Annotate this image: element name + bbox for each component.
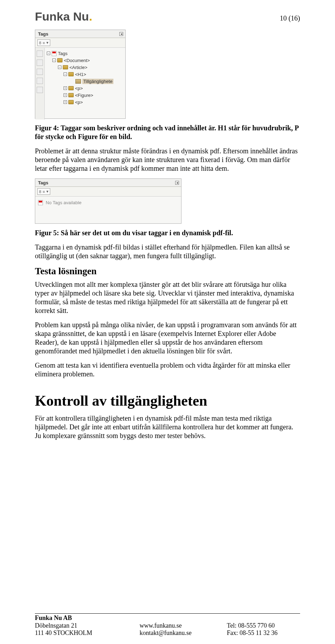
collapse-icon: − <box>58 66 61 69</box>
figure-4-caption: Figur 4: Taggar som beskriver ordning oc… <box>35 124 300 141</box>
page-header: Funka Nu. 10 (16) <box>35 10 300 23</box>
tag-icon <box>68 93 74 97</box>
tree-row-p: + <p> <box>47 85 124 92</box>
tree-label: <p> <box>75 100 83 105</box>
side-icon <box>37 87 43 93</box>
figure-5-caption: Figur 5: Så här ser det ut om du visar t… <box>35 229 300 237</box>
logo-dot: . <box>89 10 92 23</box>
tree-row-h1: − <H1> <box>47 71 124 78</box>
heading-testa: Testa lösningen <box>35 266 300 277</box>
collapse-icon: − <box>47 52 50 55</box>
options-dropdown: 8≡▾ <box>37 39 50 46</box>
side-icon <box>37 60 43 66</box>
panel-title: Tags <box>38 180 48 185</box>
pdf-icon <box>52 51 57 56</box>
tree-label: <H1> <box>75 72 86 77</box>
panel-collapse-icon: ◂ <box>175 181 179 185</box>
tree-row-article: − <Article> <box>47 64 124 71</box>
footer-addr1: Döbelnsgatan 21 <box>35 622 140 630</box>
dropdown-label: 8 <box>39 41 41 45</box>
side-icon <box>37 78 43 84</box>
panel-title: Tags <box>38 31 48 37</box>
tag-icon <box>68 86 74 90</box>
tree-row-document: − <Document> <box>47 57 124 64</box>
logo-text: Funka Nu <box>35 10 89 23</box>
tree-label: <p> <box>75 86 83 91</box>
tags-panel-screenshot-2: Tags ◂ 8≡▾ No Tags available <box>35 178 181 224</box>
panel-collapse-icon: ◂ <box>119 32 123 36</box>
footer-fax: Fax: 08-55 11 32 36 <box>227 629 300 637</box>
tags-panel-screenshot-1: Tags ◂ 8≡▾ − Tags <box>35 30 126 119</box>
tree-row-figure: + <Figure> <box>47 92 124 99</box>
footer-tel: Tel: 08-555 770 60 <box>227 622 300 630</box>
tags-tree: − Tags − <Document> − <Article> − <box>45 48 125 120</box>
paragraph-6: För att kontrollera tillgängligheten i e… <box>35 414 300 440</box>
footer-email: kontakt@funkanu.se <box>140 629 227 637</box>
expand-icon: + <box>64 86 67 90</box>
heading-kontroll: Kontroll av tillgängligheten <box>35 392 300 409</box>
tree-row-p2: + <p> <box>47 99 124 106</box>
dropdown-label: 8 <box>39 190 41 194</box>
chevron-down-icon: ▾ <box>46 40 49 45</box>
tree-label: <Document> <box>64 58 90 63</box>
tree-label: Tags <box>58 51 67 56</box>
tree-row-content: Tillgänglighete <box>47 78 124 85</box>
footer-url: www.funkanu.se <box>140 622 227 630</box>
tag-icon <box>57 58 62 62</box>
expand-icon: + <box>64 100 67 104</box>
logo: Funka Nu. <box>35 10 92 23</box>
no-tags-message: No Tags available <box>46 200 81 205</box>
panel-toolbar: 8≡▾ <box>35 38 125 48</box>
collapse-icon: − <box>64 72 67 76</box>
tree-label-selected: Tillgänglighete <box>82 79 113 84</box>
tree-label: <Figure> <box>75 93 93 98</box>
page-footer: Funka Nu AB Döbelnsgatan 21 www.funkanu.… <box>35 613 300 637</box>
panel-header: Tags ◂ <box>35 30 125 38</box>
tag-icon <box>68 72 74 76</box>
paragraph-1: Problemet är att denna struktur måste fö… <box>35 147 300 173</box>
tree-label: <Article> <box>69 65 87 70</box>
content-icon <box>75 79 81 84</box>
footer-addr2: 111 40 STOCKHOLM <box>35 629 140 637</box>
menu-icon: ≡ <box>43 41 45 45</box>
collapse-icon: − <box>52 59 56 62</box>
panel-header: Tags ◂ <box>35 179 181 187</box>
panel-toolbar: 8≡▾ <box>35 187 181 197</box>
pdf-icon <box>38 200 43 205</box>
menu-icon: ≡ <box>43 190 45 194</box>
side-toolbar <box>35 48 45 120</box>
paragraph-3: Utvecklingen mot allt mer komplexa tjäns… <box>35 280 300 315</box>
side-icon <box>37 51 43 57</box>
chevron-down-icon: ▾ <box>46 189 49 194</box>
tag-icon <box>68 100 74 104</box>
options-dropdown: 8≡▾ <box>37 188 50 195</box>
footer-company: Funka Nu AB <box>35 614 140 622</box>
expand-icon: + <box>64 93 67 97</box>
side-icon <box>37 69 43 75</box>
paragraph-5: Genom att testa kan vi identifiera event… <box>35 361 300 378</box>
page-number: 10 (16) <box>280 14 300 22</box>
paragraph-2: Taggarna i en dynamisk pdf-fil bildas i … <box>35 243 300 260</box>
paragraph-4: Problem kan uppstå på många olika nivåer… <box>35 321 300 355</box>
tree-row-root: − Tags <box>47 50 124 57</box>
tag-icon <box>63 65 68 69</box>
